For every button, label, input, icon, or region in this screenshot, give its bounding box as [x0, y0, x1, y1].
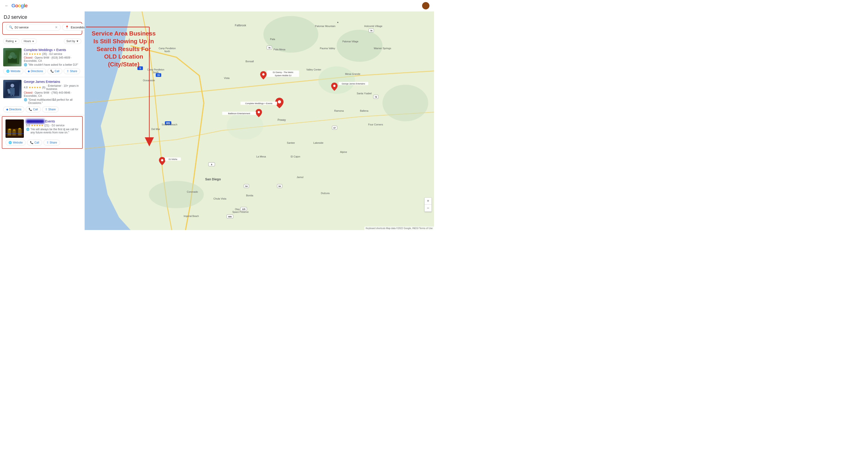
search-row: 🔍 ✕ 📍 ✕ — [5, 23, 80, 32]
sort-button[interactable]: Sort by ▼ — [64, 38, 81, 44]
svg-rect-2 — [8, 58, 17, 63]
quote-text-3: "He will always be the first dj we call … — [30, 128, 79, 134]
website-btn-3[interactable]: 🌐 Website — [5, 140, 26, 145]
events-label-3: Events — [45, 120, 55, 123]
location-input[interactable] — [71, 26, 85, 29]
call-btn-1[interactable]: 📞 Call — [48, 68, 63, 74]
rating-value-2: 4.8 — [24, 86, 28, 89]
share-icon-3: ⇧ — [46, 141, 49, 144]
call-btn-3[interactable]: 📞 Call — [27, 140, 42, 145]
svg-text:DJ Danny - The Metric: DJ Danny - The Metric — [273, 71, 293, 73]
call-btn-2[interactable]: 📞 Call — [26, 106, 41, 112]
call-label-3: Call — [34, 141, 39, 144]
sort-label: Sort by — [66, 40, 75, 43]
review-count-1: (35) — [42, 53, 47, 56]
svg-point-6 — [10, 84, 14, 88]
svg-text:South: South — [153, 71, 159, 74]
hours-filter[interactable]: Hours ▼ — [21, 38, 37, 44]
svg-point-102 — [258, 111, 260, 113]
svg-text:125: 125 — [242, 208, 245, 210]
svg-text:5: 5 — [140, 67, 141, 70]
svg-rect-15 — [18, 129, 22, 135]
svg-text:Lakeside: Lakeside — [313, 141, 323, 144]
svg-text:Vista: Vista — [224, 77, 230, 79]
result-info-1: Complete Weddings + Events 4.9 ★★★★★ (35… — [24, 48, 81, 66]
hours-label: Hours — [24, 40, 31, 43]
directions-btn-2[interactable]: ◆ Directions — [3, 106, 24, 112]
result-status-1: Closed · Opens 9AM · (619) 345-4609 · Es… — [24, 56, 81, 63]
result-rating-3: 5.0 ★★★★★ (21) · DJ service — [26, 124, 79, 127]
rating-value-3: 5.0 — [26, 124, 30, 127]
result-name-2[interactable]: George James Entertains — [24, 80, 81, 84]
location-icon: 📍 — [65, 25, 69, 29]
svg-point-23 — [337, 30, 382, 62]
svg-text:Pala: Pala — [270, 38, 275, 40]
svg-text:Pala Mesa: Pala Mesa — [274, 48, 286, 51]
rating-label: Rating — [6, 40, 14, 43]
search-clear-button[interactable]: ✕ — [55, 25, 58, 29]
svg-point-4 — [12, 55, 17, 59]
share-btn-1[interactable]: ⇧ Share — [64, 68, 80, 74]
svg-text:Chula Vista: Chula Vista — [213, 197, 226, 200]
website-btn-1[interactable]: 🌐 Website — [3, 68, 23, 74]
svg-text:Valley Center: Valley Center — [306, 68, 321, 71]
result-quote-3: 🌐 "He will always be the first dj we cal… — [26, 128, 79, 134]
result-image-3 — [5, 120, 24, 138]
result-quote-2: 🌐 "Great multifaceted DJ perfect for all… — [24, 98, 81, 105]
result-card-2: George James Entertains 4.8 ★★★★★ (6) · … — [0, 77, 85, 116]
category-1: · DJ service — [48, 53, 62, 56]
svg-point-91 — [262, 73, 265, 75]
svg-rect-13 — [8, 130, 11, 135]
call-icon-2: 📞 — [29, 108, 32, 111]
rating-filter[interactable]: Rating ▼ — [3, 38, 20, 44]
blurred-name-3: ████████ — [26, 120, 44, 123]
svg-text:94: 94 — [278, 185, 281, 188]
share-btn-2[interactable]: ⇧ Share — [42, 106, 59, 112]
result-top-2: George James Entertains 4.8 ★★★★★ (6) · … — [3, 80, 81, 105]
svg-text:Palomar Village: Palomar Village — [342, 40, 359, 43]
map-svg[interactable]: 5 15 805 Fallbrook Pala Palomar Mountain… — [85, 11, 434, 230]
share-label-2: Share — [48, 108, 56, 111]
search-icon: 🔍 — [9, 25, 13, 29]
search-box[interactable]: 🔍 ✕ — [6, 24, 61, 31]
svg-text:Jamul: Jamul — [297, 176, 303, 178]
quote-text-1: "We couldn't have asked for a better DJ!… — [28, 63, 78, 66]
location-box[interactable]: 📍 ✕ — [62, 24, 85, 31]
result-name-3[interactable]: ████████ Events — [26, 120, 79, 123]
sort-arrow-icon: ▼ — [76, 40, 79, 43]
svg-text:Battleson Entertainment: Battleson Entertainment — [228, 112, 250, 114]
filter-row: Rating ▼ Hours ▼ Sort by ▼ — [0, 37, 85, 45]
svg-text:Ramona: Ramona — [334, 109, 344, 112]
result-info-3: ████████ Events 5.0 ★★★★★ (21) · DJ serv… — [26, 120, 79, 138]
result-card-3: ████████ Events 5.0 ★★★★★ (21) · DJ serv… — [2, 116, 83, 149]
search-input[interactable] — [14, 26, 53, 29]
header: ← Google — [0, 0, 434, 11]
search-area: 🔍 ✕ 📍 ✕ — [2, 22, 82, 35]
zoom-in-button[interactable]: + — [425, 198, 432, 205]
svg-text:Pauma Valley: Pauma Valley — [320, 47, 335, 50]
action-btns-2: ◆ Directions 📞 Call ⇧ Share — [3, 106, 81, 112]
svg-text:Camp Pendleton: Camp Pendleton — [147, 68, 164, 71]
back-button[interactable]: ← — [5, 3, 9, 8]
share-btn-3[interactable]: ⇧ Share — [43, 140, 60, 145]
result-name-1[interactable]: Complete Weddings + Events — [24, 48, 81, 52]
svg-text:Holcomb Village: Holcomb Village — [364, 25, 382, 28]
svg-text:76: 76 — [370, 30, 372, 32]
svg-text:Space Preserve: Space Preserve — [232, 211, 249, 213]
result-card-1: Complete Weddings + Events 4.9 ★★★★★ (35… — [0, 45, 85, 77]
action-btns-1: 🌐 Website ◆ Directions 📞 Call — [3, 68, 81, 74]
avatar[interactable] — [422, 2, 429, 9]
call-label-2: Call — [33, 108, 38, 111]
stars-2: ★★★★★ — [29, 86, 41, 89]
directions-btn-1[interactable]: ◆ Directions — [25, 68, 46, 74]
action-btns-3: 🌐 Website 📞 Call ⇧ Share — [5, 140, 79, 145]
svg-point-24 — [318, 66, 355, 94]
svg-text:System Mobile DJ: System Mobile DJ — [275, 74, 291, 77]
directions-label-1: Directions — [31, 70, 43, 73]
svg-point-105 — [161, 159, 163, 161]
zoom-out-button[interactable]: − — [425, 205, 432, 211]
result-info-2: George James Entertains 4.8 ★★★★★ (6) · … — [24, 80, 81, 105]
zoom-controls: + − — [424, 197, 432, 212]
map-footer: Keyboard shortcuts Map data ©2022 Google… — [364, 227, 434, 230]
share-label-3: Share — [50, 141, 57, 144]
